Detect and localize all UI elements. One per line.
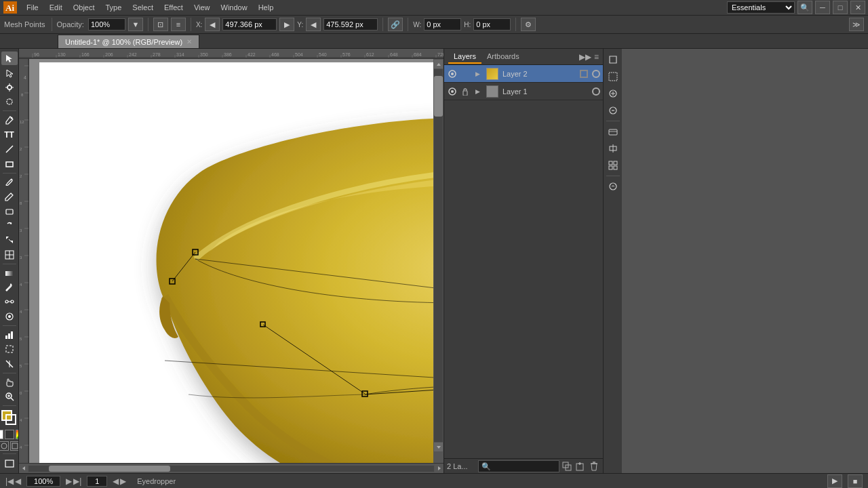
y-input[interactable]	[323, 18, 378, 30]
nav-last[interactable]: ▶|	[73, 476, 81, 486]
layer2-expand[interactable]: ▶	[473, 69, 482, 79]
menu-help[interactable]: Help	[254, 2, 279, 13]
layer-row-layer2[interactable]: ▶ Layer 2	[444, 65, 603, 83]
align-icon[interactable]: ≡	[171, 18, 186, 31]
y-decrement[interactable]: ◀	[306, 18, 321, 31]
scroll-thumb-h[interactable]	[49, 466, 170, 472]
menu-select[interactable]: Select	[127, 2, 158, 13]
scroll-thumb-v[interactable]	[434, 76, 443, 117]
page-next[interactable]: ▶	[120, 476, 126, 486]
type-tool[interactable]: T T	[1, 128, 18, 142]
layer2-visibility[interactable]	[447, 68, 458, 79]
close-btn[interactable]: ✕	[850, 1, 865, 14]
opacity-input[interactable]	[88, 18, 125, 30]
x-decrement[interactable]: ◀	[205, 18, 220, 31]
lasso-tool[interactable]	[1, 95, 18, 108]
workspace-search[interactable]: 🔍	[797, 1, 812, 14]
scale-tool[interactable]	[1, 233, 18, 247]
delete-layer-btn[interactable]	[588, 460, 600, 472]
selection-tool[interactable]	[1, 52, 18, 65]
nav-next[interactable]: ▶	[66, 476, 72, 486]
black-swatch[interactable]	[5, 430, 14, 439]
document-tab[interactable]: Untitled-1* @ 100% (RGB/Preview) ✕	[58, 35, 199, 48]
line-tool[interactable]	[1, 142, 18, 156]
h-input[interactable]	[473, 18, 511, 30]
minimize-btn[interactable]: ─	[815, 1, 830, 14]
menu-window[interactable]: Window	[216, 2, 252, 13]
rectangle-tool[interactable]	[1, 157, 18, 170]
x-increment[interactable]: ▶	[279, 18, 294, 31]
tab-close-btn[interactable]: ✕	[186, 38, 192, 45]
pen-tool[interactable]	[1, 113, 18, 127]
vertical-scrollbar[interactable]	[433, 59, 443, 463]
x-input[interactable]	[222, 18, 277, 30]
layers-tab[interactable]: Layers	[448, 50, 481, 64]
panel-expand-btn[interactable]: ▶▶	[579, 52, 591, 62]
menu-object[interactable]: Object	[68, 2, 100, 13]
make-sublayer-btn[interactable]	[561, 460, 573, 472]
layers-search[interactable]	[478, 460, 559, 472]
rt-tool6[interactable]	[605, 140, 621, 157]
status-expand-btn[interactable]: ▶	[827, 474, 842, 488]
pencil-tool[interactable]	[1, 190, 18, 203]
direct-selection-tool[interactable]	[1, 66, 18, 79]
nav-first[interactable]: |◀	[5, 476, 14, 486]
new-layer-btn[interactable]	[574, 460, 587, 472]
magic-wand-tool[interactable]	[1, 81, 18, 94]
w-input[interactable]	[424, 18, 461, 30]
scroll-track-h[interactable]	[28, 466, 434, 472]
panel-collapse[interactable]: ≫	[849, 18, 864, 31]
graph-tool[interactable]	[1, 328, 18, 342]
rt-tool7[interactable]	[605, 157, 621, 174]
drawing-view-btn[interactable]	[10, 441, 20, 451]
artboards-tab[interactable]: Artboards	[481, 50, 525, 64]
white-swatch[interactable]	[0, 430, 3, 439]
paintbrush-tool[interactable]	[1, 176, 18, 189]
layer1-lock[interactable]	[460, 86, 471, 97]
scroll-up-btn[interactable]	[434, 60, 443, 68]
scroll-down-btn[interactable]	[434, 443, 443, 451]
status-stop-btn[interactable]: ■	[848, 474, 863, 488]
rt-tool8[interactable]	[605, 178, 621, 195]
eyedropper-tool[interactable]	[1, 281, 18, 294]
artboard-tool[interactable]	[1, 342, 18, 356]
maximize-btn[interactable]: □	[833, 1, 848, 14]
menu-type[interactable]: Type	[101, 2, 127, 13]
link-icon[interactable]: 🔗	[388, 18, 403, 31]
symbol-tool[interactable]	[1, 310, 18, 323]
eraser-tool[interactable]	[1, 204, 18, 218]
rt-tool3[interactable]	[605, 85, 621, 102]
nav-prev[interactable]: ◀	[15, 476, 21, 486]
layer-row-layer1[interactable]: ▶ Layer 1	[444, 83, 603, 100]
scroll-track-v[interactable]	[434, 69, 443, 442]
layer1-visibility[interactable]	[447, 86, 458, 97]
screen-mode-btn[interactable]	[1, 457, 18, 470]
page-input[interactable]	[87, 476, 107, 487]
workspace-selector[interactable]: Essentials	[727, 1, 795, 14]
stroke-color-swatch[interactable]	[5, 414, 16, 425]
panel-menu-btn[interactable]: ≡	[594, 52, 599, 62]
rt-tool2[interactable]	[605, 68, 621, 85]
layer1-expand[interactable]: ▶	[473, 87, 482, 96]
rt-tool5[interactable]	[605, 123, 621, 140]
menu-view[interactable]: View	[189, 2, 215, 13]
opacity-options[interactable]: ▼	[128, 18, 143, 31]
rt-tool1[interactable]	[605, 52, 621, 68]
transform-icon[interactable]: ⊡	[153, 18, 168, 31]
blend-tool[interactable]	[1, 295, 18, 308]
zoom-tool[interactable]	[1, 390, 18, 403]
scroll-right-btn[interactable]	[435, 464, 443, 473]
rotate-tool[interactable]	[1, 219, 18, 232]
hand-tool[interactable]	[1, 375, 18, 389]
extra-options[interactable]: ⚙	[521, 18, 536, 31]
zoom-input[interactable]	[26, 476, 60, 487]
mesh-tool[interactable]	[1, 247, 18, 261]
slice-tool[interactable]	[1, 357, 18, 371]
rt-tool4[interactable]	[605, 102, 621, 119]
canvas-scroll[interactable]	[29, 59, 443, 463]
menu-edit[interactable]: Edit	[45, 2, 67, 13]
menu-file[interactable]: File	[22, 2, 43, 13]
menu-effect[interactable]: Effect	[159, 2, 188, 13]
scroll-left-btn[interactable]	[19, 464, 28, 473]
gradient-tool[interactable]	[1, 266, 18, 280]
